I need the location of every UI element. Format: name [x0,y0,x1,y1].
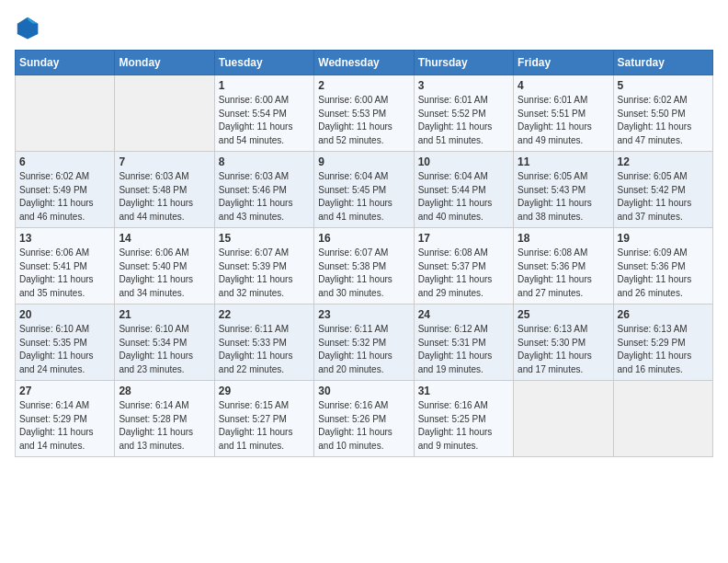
day-info: Sunrise: 6:02 AMSunset: 5:49 PMDaylight:… [19,170,110,224]
calendar-cell: 4 Sunrise: 6:01 AMSunset: 5:51 PMDayligh… [514,75,613,152]
day-info: Sunrise: 6:09 AMSunset: 5:36 PMDaylight:… [618,247,709,300]
calendar-table: SundayMondayTuesdayWednesdayThursdayFrid… [15,50,713,457]
day-info: Sunrise: 6:13 AMSunset: 5:29 PMDaylight:… [618,323,709,376]
calendar-cell: 1 Sunrise: 6:00 AMSunset: 5:54 PMDayligh… [214,75,313,152]
calendar-week-3: 13 Sunrise: 6:06 AMSunset: 5:41 PMDaylig… [16,228,713,304]
header-day-sunday: Sunday [16,51,115,75]
day-info: Sunrise: 6:03 AMSunset: 5:48 PMDaylight:… [119,170,210,224]
calendar-cell: 30 Sunrise: 6:16 AMSunset: 5:26 PMDaylig… [314,381,414,457]
day-number: 27 [19,385,110,397]
day-info: Sunrise: 6:11 AMSunset: 5:33 PMDaylight:… [219,323,310,376]
day-info: Sunrise: 6:05 AMSunset: 5:43 PMDaylight:… [518,170,609,224]
day-info: Sunrise: 6:14 AMSunset: 5:28 PMDaylight:… [119,399,210,453]
calendar-header-row: SundayMondayTuesdayWednesdayThursdayFrid… [16,51,713,75]
day-number: 7 [119,155,210,168]
day-info: Sunrise: 6:03 AMSunset: 5:46 PMDaylight:… [219,170,310,224]
calendar-cell: 28 Sunrise: 6:14 AMSunset: 5:28 PMDaylig… [115,381,214,457]
calendar-cell: 26 Sunrise: 6:13 AMSunset: 5:29 PMDaylig… [613,304,712,381]
calendar-cell: 23 Sunrise: 6:11 AMSunset: 5:32 PMDaylig… [314,304,414,381]
day-info: Sunrise: 6:00 AMSunset: 5:53 PMDaylight:… [318,94,409,147]
day-info: Sunrise: 6:06 AMSunset: 5:40 PMDaylight:… [119,247,210,300]
calendar-week-1: 1 Sunrise: 6:00 AMSunset: 5:54 PMDayligh… [16,75,713,152]
day-number: 26 [618,308,709,321]
calendar-cell: 19 Sunrise: 6:09 AMSunset: 5:36 PMDaylig… [613,228,712,304]
calendar-cell [613,381,712,457]
day-info: Sunrise: 6:07 AMSunset: 5:39 PMDaylight:… [219,247,310,300]
day-number: 22 [219,308,310,321]
day-info: Sunrise: 6:02 AMSunset: 5:50 PMDaylight:… [618,94,709,147]
calendar-cell: 2 Sunrise: 6:00 AMSunset: 5:53 PMDayligh… [314,75,414,152]
calendar-cell: 5 Sunrise: 6:02 AMSunset: 5:50 PMDayligh… [613,75,712,152]
calendar-cell: 7 Sunrise: 6:03 AMSunset: 5:48 PMDayligh… [115,152,214,228]
calendar-cell: 6 Sunrise: 6:02 AMSunset: 5:49 PMDayligh… [16,152,115,228]
day-number: 17 [418,232,509,245]
day-number: 6 [19,155,110,168]
day-number: 28 [119,385,210,397]
day-number: 4 [518,79,609,92]
logo-icon [15,15,40,40]
day-info: Sunrise: 6:01 AMSunset: 5:51 PMDaylight:… [518,94,609,147]
header-day-friday: Friday [514,51,613,75]
calendar-cell: 24 Sunrise: 6:12 AMSunset: 5:31 PMDaylig… [414,304,513,381]
day-info: Sunrise: 6:10 AMSunset: 5:35 PMDaylight:… [19,323,110,376]
day-info: Sunrise: 6:12 AMSunset: 5:31 PMDaylight:… [418,323,509,376]
day-number: 16 [318,232,409,245]
header-day-monday: Monday [115,51,214,75]
calendar-cell: 17 Sunrise: 6:08 AMSunset: 5:37 PMDaylig… [414,228,513,304]
calendar-cell [16,75,115,152]
calendar-cell: 11 Sunrise: 6:05 AMSunset: 5:43 PMDaylig… [514,152,613,228]
calendar-cell: 8 Sunrise: 6:03 AMSunset: 5:46 PMDayligh… [214,152,313,228]
day-number: 25 [518,308,609,321]
day-info: Sunrise: 6:15 AMSunset: 5:27 PMDaylight:… [219,399,310,453]
header-day-wednesday: Wednesday [314,51,414,75]
calendar-cell: 20 Sunrise: 6:10 AMSunset: 5:35 PMDaylig… [16,304,115,381]
calendar-cell: 29 Sunrise: 6:15 AMSunset: 5:27 PMDaylig… [214,381,313,457]
day-info: Sunrise: 6:08 AMSunset: 5:37 PMDaylight:… [418,247,509,300]
day-number: 12 [618,155,709,168]
day-info: Sunrise: 6:08 AMSunset: 5:36 PMDaylight:… [518,247,609,300]
calendar-cell: 21 Sunrise: 6:10 AMSunset: 5:34 PMDaylig… [115,304,214,381]
day-number: 13 [19,232,110,245]
day-number: 21 [119,308,210,321]
calendar-cell: 25 Sunrise: 6:13 AMSunset: 5:30 PMDaylig… [514,304,613,381]
calendar-cell: 12 Sunrise: 6:05 AMSunset: 5:42 PMDaylig… [613,152,712,228]
day-info: Sunrise: 6:14 AMSunset: 5:29 PMDaylight:… [19,399,110,453]
day-number: 23 [318,308,409,321]
logo [15,15,44,40]
calendar-cell: 10 Sunrise: 6:04 AMSunset: 5:44 PMDaylig… [414,152,513,228]
calendar-cell: 14 Sunrise: 6:06 AMSunset: 5:40 PMDaylig… [115,228,214,304]
calendar-cell: 15 Sunrise: 6:07 AMSunset: 5:39 PMDaylig… [214,228,313,304]
calendar-cell: 18 Sunrise: 6:08 AMSunset: 5:36 PMDaylig… [514,228,613,304]
day-number: 14 [119,232,210,245]
calendar-cell: 13 Sunrise: 6:06 AMSunset: 5:41 PMDaylig… [16,228,115,304]
day-number: 1 [219,79,310,92]
calendar-cell: 9 Sunrise: 6:04 AMSunset: 5:45 PMDayligh… [314,152,414,228]
day-number: 19 [618,232,709,245]
header-day-tuesday: Tuesday [214,51,313,75]
calendar-cell [115,75,214,152]
day-info: Sunrise: 6:05 AMSunset: 5:42 PMDaylight:… [618,170,709,224]
day-info: Sunrise: 6:11 AMSunset: 5:32 PMDaylight:… [318,323,409,376]
day-number: 30 [318,385,409,397]
header-day-saturday: Saturday [613,51,712,75]
day-info: Sunrise: 6:04 AMSunset: 5:44 PMDaylight:… [418,170,509,224]
calendar-week-4: 20 Sunrise: 6:10 AMSunset: 5:35 PMDaylig… [16,304,713,381]
header-day-thursday: Thursday [414,51,513,75]
day-number: 15 [219,232,310,245]
calendar-week-5: 27 Sunrise: 6:14 AMSunset: 5:29 PMDaylig… [16,381,713,457]
day-number: 9 [318,155,409,168]
day-info: Sunrise: 6:16 AMSunset: 5:26 PMDaylight:… [318,399,409,453]
day-number: 3 [418,79,509,92]
day-number: 29 [219,385,310,397]
calendar-cell: 16 Sunrise: 6:07 AMSunset: 5:38 PMDaylig… [314,228,414,304]
day-number: 18 [518,232,609,245]
calendar-cell: 3 Sunrise: 6:01 AMSunset: 5:52 PMDayligh… [414,75,513,152]
day-number: 2 [318,79,409,92]
day-number: 20 [19,308,110,321]
calendar-cell: 27 Sunrise: 6:14 AMSunset: 5:29 PMDaylig… [16,381,115,457]
day-number: 8 [219,155,310,168]
day-info: Sunrise: 6:04 AMSunset: 5:45 PMDaylight:… [318,170,409,224]
day-info: Sunrise: 6:01 AMSunset: 5:52 PMDaylight:… [418,94,509,147]
day-number: 10 [418,155,509,168]
day-number: 24 [418,308,509,321]
